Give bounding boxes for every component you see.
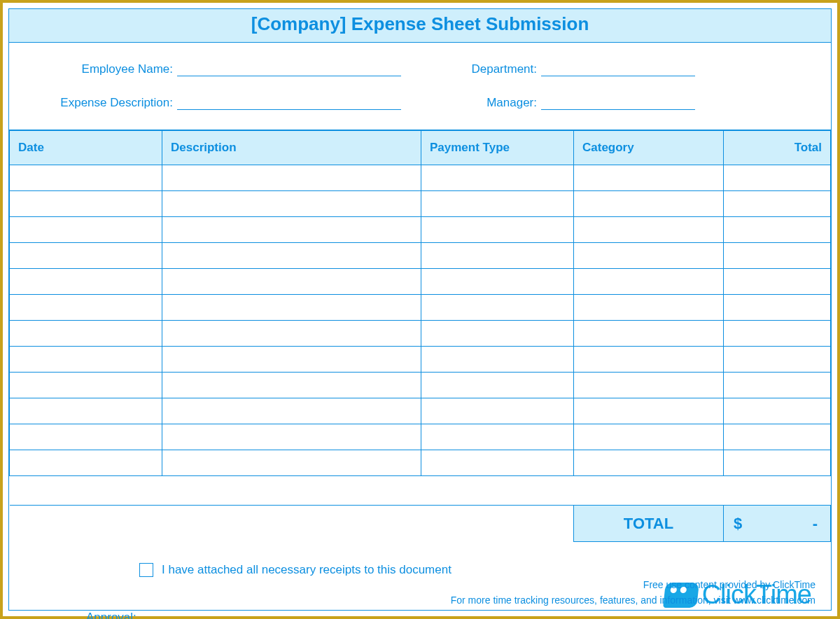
cell-category[interactable]	[574, 347, 724, 373]
cell-date[interactable]	[10, 165, 162, 191]
expense-table: Date Description Payment Type Category T…	[9, 130, 831, 542]
approval-label: Approval:	[86, 611, 141, 619]
cell-date[interactable]	[10, 217, 162, 243]
cell-total[interactable]	[724, 165, 831, 191]
col-header-payment-type: Payment Type	[421, 131, 574, 165]
cell-description[interactable]	[162, 217, 421, 243]
cell-total[interactable]	[724, 217, 831, 243]
total-value: -	[813, 515, 818, 533]
table-row	[10, 269, 831, 295]
table-row	[10, 191, 831, 217]
cell-total[interactable]	[724, 398, 831, 424]
cell-description[interactable]	[162, 321, 421, 347]
employee-name-label: Employee Name:	[51, 62, 177, 76]
cell-date[interactable]	[10, 424, 162, 450]
cell-date[interactable]	[10, 191, 162, 217]
cell-total[interactable]	[724, 321, 831, 347]
cell-payment_type[interactable]	[421, 191, 574, 217]
receipts-checkbox[interactable]	[139, 563, 153, 577]
cell-description[interactable]	[162, 243, 421, 269]
cell-description[interactable]	[162, 191, 421, 217]
cell-payment_type[interactable]	[421, 269, 574, 295]
cell-payment_type[interactable]	[421, 321, 574, 347]
cell-total[interactable]	[724, 295, 831, 321]
table-row	[10, 217, 831, 243]
cell-date[interactable]	[10, 243, 162, 269]
cell-payment_type[interactable]	[421, 243, 574, 269]
col-header-category: Category	[574, 131, 724, 165]
cell-date[interactable]	[10, 373, 162, 398]
cell-category[interactable]	[574, 295, 724, 321]
info-section: Employee Name: Department: Expense Descr…	[9, 43, 831, 130]
cell-payment_type[interactable]	[421, 347, 574, 373]
department-label: Department:	[429, 62, 541, 76]
cell-payment_type[interactable]	[421, 373, 574, 398]
cell-category[interactable]	[574, 165, 724, 191]
cell-payment_type[interactable]	[421, 217, 574, 243]
receipts-row: I have attached all necessary receipts t…	[139, 563, 451, 577]
cell-payment_type[interactable]	[421, 398, 574, 424]
expense-description-field[interactable]	[177, 96, 401, 110]
employee-name-field[interactable]	[177, 62, 401, 76]
cell-payment_type[interactable]	[421, 295, 574, 321]
total-label: TOTAL	[574, 506, 724, 542]
cell-description[interactable]	[162, 373, 421, 398]
department-field[interactable]	[541, 62, 695, 76]
table-row	[10, 373, 831, 398]
cell-total[interactable]	[724, 424, 831, 450]
table-row	[10, 165, 831, 191]
cell-category[interactable]	[574, 321, 724, 347]
cell-total[interactable]	[724, 450, 831, 476]
cell-date[interactable]	[10, 347, 162, 373]
table-row	[10, 347, 831, 373]
cell-description[interactable]	[162, 450, 421, 476]
receipts-label: I have attached all necessary receipts t…	[162, 563, 451, 577]
footer-line-1: Free use content provided by ClickTime	[643, 579, 816, 590]
cell-total[interactable]	[724, 373, 831, 398]
cell-category[interactable]	[574, 373, 724, 398]
col-header-total: Total	[724, 131, 831, 165]
cell-date[interactable]	[10, 450, 162, 476]
cell-description[interactable]	[162, 269, 421, 295]
table-row	[10, 450, 831, 476]
approval-row: Approval:	[86, 611, 365, 619]
manager-field[interactable]	[541, 96, 695, 110]
approval-field[interactable]	[141, 611, 365, 619]
cell-description[interactable]	[162, 398, 421, 424]
cell-date[interactable]	[10, 269, 162, 295]
cell-date[interactable]	[10, 295, 162, 321]
cell-category[interactable]	[574, 424, 724, 450]
table-row	[10, 243, 831, 269]
outer-frame: [Company] Expense Sheet Submission Emplo…	[0, 0, 840, 619]
sheet-title: [Company] Expense Sheet Submission	[251, 13, 589, 34]
spacer-row	[10, 476, 831, 506]
cell-total[interactable]	[724, 191, 831, 217]
manager-label: Manager:	[429, 96, 541, 110]
cell-description[interactable]	[162, 165, 421, 191]
bottom-section: I have attached all necessary receipts t…	[9, 542, 831, 610]
cell-category[interactable]	[574, 269, 724, 295]
cell-category[interactable]	[574, 243, 724, 269]
table-row	[10, 398, 831, 424]
total-value-cell: $ -	[724, 506, 831, 542]
expense-sheet: [Company] Expense Sheet Submission Emplo…	[8, 8, 832, 611]
cell-date[interactable]	[10, 398, 162, 424]
cell-total[interactable]	[724, 269, 831, 295]
cell-payment_type[interactable]	[421, 450, 574, 476]
cell-category[interactable]	[574, 217, 724, 243]
total-row: TOTAL $ -	[10, 506, 831, 542]
cell-payment_type[interactable]	[421, 424, 574, 450]
cell-category[interactable]	[574, 398, 724, 424]
cell-category[interactable]	[574, 191, 724, 217]
cell-payment_type[interactable]	[421, 165, 574, 191]
table-row	[10, 295, 831, 321]
col-header-date: Date	[10, 131, 162, 165]
cell-description[interactable]	[162, 424, 421, 450]
table-row	[10, 321, 831, 347]
cell-total[interactable]	[724, 347, 831, 373]
cell-category[interactable]	[574, 450, 724, 476]
cell-date[interactable]	[10, 321, 162, 347]
cell-description[interactable]	[162, 347, 421, 373]
cell-total[interactable]	[724, 243, 831, 269]
cell-description[interactable]	[162, 295, 421, 321]
